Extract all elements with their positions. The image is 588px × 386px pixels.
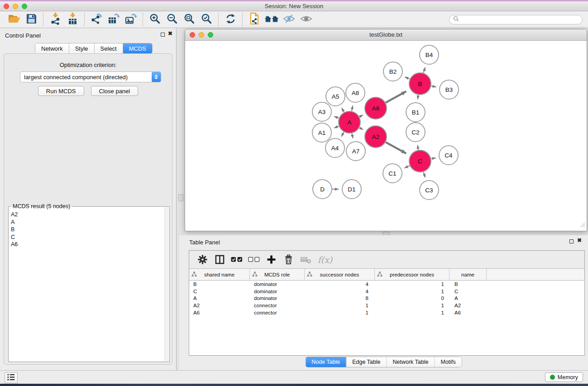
table-float-icon[interactable] (569, 239, 574, 243)
table-cell[interactable]: A2 (449, 303, 487, 308)
close-panel-icon[interactable]: ✖ (168, 30, 172, 37)
graph-node-B4[interactable]: B4 (420, 45, 439, 64)
table-cell[interactable]: 4 (305, 281, 375, 287)
table-settings-gear-icon[interactable] (194, 253, 211, 267)
table-cell[interactable]: A (449, 295, 487, 301)
graph-edge-C-C3[interactable] (424, 172, 425, 177)
graph-node-A5[interactable]: A5 (326, 87, 345, 106)
table-cell[interactable]: 1 (375, 289, 449, 294)
import-table-button[interactable] (64, 12, 81, 27)
hide-selected-button[interactable] (280, 12, 297, 27)
graph-node-C[interactable]: C (409, 150, 431, 172)
table-cell[interactable]: 1 (375, 310, 449, 315)
mcds-result-item[interactable]: C (11, 234, 163, 241)
graph-edge-A-A8[interactable] (352, 105, 353, 111)
close-panel-button[interactable]: Close panel (91, 86, 139, 96)
column-header-mcds-role[interactable]: MCDS role (250, 269, 305, 280)
table-cell[interactable]: 4 (305, 289, 375, 294)
graph-edge-B-B4[interactable] (424, 67, 425, 73)
refresh-view-button[interactable] (222, 12, 239, 27)
table-cell[interactable]: 1 (375, 303, 449, 308)
table-cell[interactable]: A6 (449, 310, 487, 315)
graph-node-A7[interactable]: A7 (346, 142, 365, 161)
graph-edge-C-C1[interactable] (405, 166, 410, 168)
column-header-name[interactable]: name (449, 269, 487, 280)
search-input[interactable] (461, 15, 582, 24)
open-session-button[interactable] (5, 12, 23, 27)
table-cell[interactable]: A2 (189, 303, 250, 308)
table-cell[interactable]: A6 (189, 310, 250, 315)
graph-node-A[interactable]: A (339, 111, 360, 133)
zoom-fit-button[interactable] (181, 12, 198, 27)
column-header-predecessor-nodes[interactable]: predecessor nodes (375, 269, 449, 280)
graph-edge-A2-C[interactable] (386, 142, 406, 153)
zoom-selected-button[interactable] (198, 12, 215, 27)
tab-mcds[interactable]: MCDS (123, 43, 152, 53)
show-columns-icon[interactable] (211, 253, 228, 267)
table-row[interactable]: Adominator80A (189, 295, 584, 302)
graph-edge-A-A4[interactable] (341, 132, 344, 137)
table-cell[interactable]: 1 (305, 310, 375, 315)
table-cell[interactable]: B (189, 281, 250, 287)
graph-node-B1[interactable]: B1 (406, 103, 425, 122)
graph-node-C3[interactable]: C3 (420, 181, 439, 200)
zoom-out-button[interactable] (163, 12, 181, 27)
graph-node-C4[interactable]: C4 (439, 146, 458, 165)
tab-style[interactable]: Style (69, 43, 95, 53)
tab-select[interactable]: Select (95, 43, 123, 53)
table-cell[interactable]: 1 (375, 281, 449, 287)
graph-edge-C-C4[interactable] (431, 158, 436, 159)
graph-node-A1[interactable]: A1 (312, 123, 331, 142)
show-all-button[interactable] (297, 12, 315, 27)
table-cell[interactable]: B (449, 281, 487, 287)
memory-button[interactable]: Memory (545, 372, 583, 382)
mcds-result-item[interactable]: A (11, 219, 163, 226)
table-cell[interactable]: C (189, 289, 250, 294)
graph-edge-A6-B[interactable] (386, 91, 406, 103)
graph-node-A8[interactable]: A8 (346, 83, 365, 102)
tab-node-table[interactable]: Node Table (306, 357, 346, 367)
table-close-icon[interactable]: ✖ (577, 237, 582, 243)
graph-edge-A-A1[interactable] (334, 126, 339, 128)
table-row[interactable]: Bdominator41B (189, 281, 584, 288)
float-panel-icon[interactable] (161, 33, 165, 37)
table-row[interactable]: A2connector11A2 (189, 302, 584, 309)
graph-node-A2[interactable]: A2 (365, 126, 387, 148)
graph-node-D[interactable]: D (313, 180, 332, 199)
graph-node-A6[interactable]: A6 (365, 97, 387, 119)
vertical-splitter-grip[interactable] (178, 194, 183, 201)
table-cell[interactable]: 0 (375, 295, 449, 301)
table-cell[interactable]: A (189, 295, 250, 301)
add-column-icon[interactable] (263, 253, 280, 267)
graph-edge-B-B3[interactable] (431, 86, 436, 87)
graph-node-C2[interactable]: C2 (406, 123, 425, 142)
graph-node-D1[interactable]: D1 (342, 180, 361, 199)
deselect-all-checks-icon[interactable] (245, 253, 263, 267)
clone-network-button[interactable] (246, 12, 263, 27)
graph-edge-A-A7[interactable] (352, 133, 353, 138)
first-neighbors-button[interactable] (263, 12, 280, 27)
tab-network-table[interactable]: Network Table (387, 357, 435, 367)
table-row[interactable]: A6connector11A6 (189, 309, 584, 316)
tab-network[interactable]: Network (35, 43, 69, 53)
graph-node-A4[interactable]: A4 (325, 138, 344, 157)
table-cell[interactable]: C (449, 289, 487, 294)
network-canvas[interactable]: B4B2BB3A5A8A6A3B1AA1C2A2A4A7C4CC1DD1C3 (186, 41, 586, 230)
mcds-result-item[interactable]: B (11, 226, 163, 234)
graph-edge-A-A3[interactable] (334, 116, 339, 118)
mcds-result-item[interactable]: A6 (11, 241, 163, 248)
column-header-successor-nodes[interactable]: successor nodes (305, 269, 375, 280)
save-session-button[interactable] (23, 12, 40, 27)
graph-edge-B-B2[interactable] (405, 77, 410, 79)
graph-edge-B-B1[interactable] (418, 95, 419, 100)
criterion-select[interactable]: largest connected component (directed) (20, 71, 161, 82)
graph-node-B[interactable]: B (409, 73, 431, 95)
import-network-button[interactable] (47, 12, 64, 27)
task-history-button[interactable] (5, 372, 18, 383)
tab-motifs[interactable]: Motifs (435, 357, 461, 367)
graph-node-A3[interactable]: A3 (312, 102, 331, 121)
graph-edge-C-C2[interactable] (418, 145, 419, 150)
table-cell[interactable]: connector (250, 303, 305, 308)
table-cell[interactable]: connector (250, 310, 305, 315)
graph-node-B2[interactable]: B2 (383, 62, 402, 81)
